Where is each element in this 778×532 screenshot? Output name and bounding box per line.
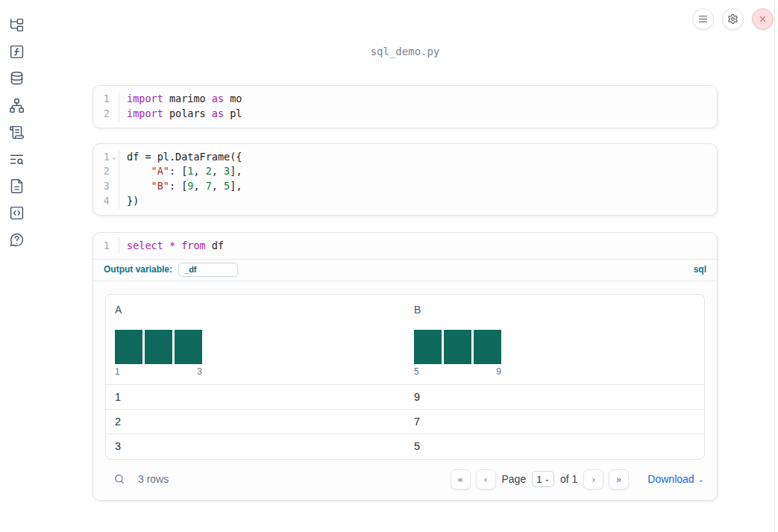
column-name: B	[414, 304, 695, 316]
fold-chevron-icon	[110, 92, 119, 107]
next-page-button[interactable]: ›	[583, 469, 603, 489]
table-cell: 2	[106, 416, 405, 428]
line-number: 1	[93, 92, 110, 107]
code-text: import polars as pl	[119, 107, 717, 122]
table-output: A 1 3 B 5 9	[93, 281, 717, 500]
table-cell: 3	[106, 440, 405, 452]
fold-chevron-icon	[110, 179, 119, 194]
notebook-filename: sql_demo.py	[92, 0, 718, 57]
sidebar	[0, 0, 33, 532]
histogram-bar	[145, 330, 172, 364]
settings-button[interactable]	[722, 8, 744, 30]
scrollbar-track[interactable]	[774, 0, 778, 532]
histogram-bar	[444, 330, 471, 364]
database-icon[interactable]	[8, 70, 25, 87]
table-cell: 5	[405, 440, 704, 452]
table-header: A 1 3 B 5 9	[106, 295, 704, 385]
table-row: 35	[106, 434, 704, 459]
snippets-icon[interactable]	[8, 204, 25, 221]
code-cell-imports[interactable]: 1import marimo as mo2import polars as pl	[92, 85, 718, 128]
close-icon	[757, 13, 768, 25]
fold-chevron-icon	[110, 194, 119, 209]
scroll-icon[interactable]	[8, 124, 25, 140]
hist-min-label: 1	[115, 366, 120, 377]
table-cell: 1	[106, 391, 405, 403]
prev-page-button[interactable]: ‹	[476, 469, 496, 489]
document-icon[interactable]	[8, 178, 25, 194]
dataframe-table: A 1 3 B 5 9	[105, 294, 705, 460]
code-line[interactable]: 3 "B": [9, 7, 5],	[93, 179, 717, 194]
code-line[interactable]: 1select * from df	[93, 239, 717, 254]
code-text: "B": [9, 7, 5],	[119, 179, 717, 194]
hist-min-label: 5	[414, 366, 419, 377]
fold-chevron-icon	[110, 107, 119, 122]
table-row: 19	[106, 385, 704, 410]
table-cell: 9	[405, 391, 704, 403]
sql-code-editor[interactable]: 1select * from df	[93, 233, 717, 260]
code-line[interactable]: 1⌄df = pl.DataFrame({	[93, 150, 717, 165]
fold-chevron-icon[interactable]: ⌄	[110, 150, 119, 165]
file-tree-icon[interactable]	[8, 16, 25, 33]
hist-max-label: 9	[496, 366, 501, 377]
fold-chevron-icon	[110, 239, 119, 254]
page-label: Page	[502, 473, 527, 485]
column-header-a[interactable]: A 1 3	[106, 295, 405, 384]
table-footer: 3 rows « ‹ Page 1 ⌄ of 1 › » Download ⌄	[105, 460, 705, 491]
code-text: "A": [1, 2, 3],	[119, 164, 717, 179]
code-text: select * from df	[119, 239, 717, 254]
fold-chevron-icon	[110, 164, 119, 179]
code-text: import marimo as mo	[119, 92, 717, 107]
output-variable-input[interactable]	[178, 263, 238, 277]
histogram-bar	[414, 330, 442, 364]
page-of-label: of 1	[560, 473, 577, 485]
line-number: 4	[93, 194, 110, 209]
code-line[interactable]: 1import marimo as mo	[93, 92, 717, 107]
pagination: « ‹ Page 1 ⌄ of 1 › » Download ⌄	[451, 469, 705, 489]
hist-max-label: 3	[197, 366, 202, 377]
line-number: 2	[93, 164, 110, 179]
search-icon	[113, 473, 125, 485]
code-text: })	[119, 194, 717, 209]
rows-count: 3 rows	[138, 473, 169, 485]
last-page-button[interactable]: »	[609, 469, 629, 489]
line-number: 1	[93, 150, 110, 165]
column-histogram	[414, 330, 695, 364]
column-histogram	[115, 330, 396, 364]
code-text: df = pl.DataFrame({	[119, 150, 717, 165]
dependency-graph-icon[interactable]	[8, 97, 25, 113]
code-cell-dataframe[interactable]: 1⌄df = pl.DataFrame({2 "A": [1, 2, 3],3 …	[92, 143, 718, 216]
table-cell: 7	[405, 416, 704, 428]
code-line[interactable]: 4})	[93, 194, 717, 209]
line-number: 3	[93, 179, 110, 194]
histogram-bar	[474, 330, 501, 364]
column-header-b[interactable]: B 5 9	[405, 295, 704, 384]
chevron-down-icon: ⌄	[698, 475, 704, 484]
sql-cell: 1select * from df Output variable: sql A…	[92, 232, 718, 501]
histogram-bar	[115, 330, 142, 364]
text-search-icon[interactable]	[8, 151, 25, 167]
download-label: Download	[647, 473, 694, 485]
line-number: 1	[93, 239, 110, 254]
help-icon[interactable]	[8, 231, 25, 248]
table-row: 27	[106, 410, 704, 434]
column-name: A	[115, 304, 396, 316]
shutdown-button[interactable]	[752, 8, 774, 30]
search-button[interactable]	[113, 472, 126, 486]
histogram-bar	[175, 330, 202, 364]
notebook: sql_demo.py 1import marimo as mo2import …	[92, 0, 718, 501]
code-line[interactable]: 2 "A": [1, 2, 3],	[93, 164, 717, 179]
gear-icon	[727, 13, 738, 25]
line-number: 2	[93, 107, 110, 122]
output-variable-label: Output variable:	[104, 264, 172, 275]
code-line[interactable]: 2import polars as pl	[93, 107, 717, 122]
page-select[interactable]: 1 ⌄	[532, 471, 554, 487]
download-button[interactable]: Download ⌄	[647, 473, 704, 485]
table-body: 192735	[106, 385, 704, 459]
language-badge: sql	[694, 264, 706, 275]
first-page-button[interactable]: «	[451, 469, 471, 489]
chevron-down-icon: ⌄	[544, 475, 550, 483]
function-icon[interactable]	[8, 43, 25, 60]
output-variable-row: Output variable: sql	[93, 260, 717, 281]
page-select-value: 1	[536, 474, 542, 485]
